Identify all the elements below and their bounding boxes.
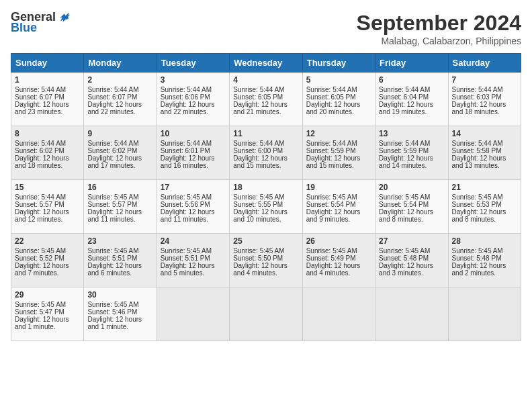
cell-text: and 18 minutes. [452, 108, 517, 116]
week-row-3: 15Sunrise: 5:44 AMSunset: 5:57 PMDayligh… [11, 180, 521, 234]
cell-text: Daylight: 12 hours [161, 154, 226, 162]
cell-text: Sunset: 5:51 PM [161, 255, 226, 262]
cell-text: Daylight: 12 hours [452, 101, 517, 108]
day-number: 21 [452, 183, 517, 192]
calendar-cell: 20Sunrise: 5:45 AMSunset: 5:54 PMDayligh… [375, 180, 448, 234]
calendar-cell: 15Sunrise: 5:44 AMSunset: 5:57 PMDayligh… [11, 180, 84, 234]
cell-text: Sunrise: 5:45 AM [233, 193, 298, 201]
day-number: 16 [87, 183, 152, 192]
cell-text: Sunrise: 5:45 AM [379, 193, 444, 201]
cell-text: Sunrise: 5:44 AM [233, 86, 298, 93]
cell-text: Daylight: 12 hours [452, 208, 517, 216]
cell-text: Daylight: 12 hours [379, 101, 444, 108]
calendar-cell: 13Sunrise: 5:44 AMSunset: 5:59 PMDayligh… [375, 126, 448, 180]
cell-text: Sunrise: 5:45 AM [306, 193, 371, 201]
calendar-cell: 9Sunrise: 5:44 AMSunset: 6:02 PMDaylight… [84, 126, 157, 180]
cell-text: and 7 minutes. [15, 269, 80, 277]
cell-text: Daylight: 12 hours [161, 208, 226, 216]
calendar-cell: 5Sunrise: 5:44 AMSunset: 6:05 PMDaylight… [302, 73, 375, 126]
calendar-cell: 27Sunrise: 5:45 AMSunset: 5:48 PMDayligh… [375, 234, 448, 287]
title-area: September 2024 Malabag, Calabarzon, Phil… [357, 11, 521, 46]
calendar-cell: 7Sunrise: 5:44 AMSunset: 6:03 PMDaylight… [448, 73, 521, 126]
cell-text: and 15 minutes. [233, 162, 298, 169]
cell-text: Daylight: 12 hours [15, 262, 80, 269]
cell-text: and 10 minutes. [233, 216, 298, 223]
cell-text: Daylight: 12 hours [161, 101, 226, 108]
day-number: 20 [379, 183, 444, 192]
cell-text: Sunset: 6:01 PM [161, 147, 226, 154]
cell-text: Daylight: 12 hours [233, 262, 298, 269]
cell-text: Sunset: 5:48 PM [379, 255, 444, 262]
cell-text: Daylight: 12 hours [87, 101, 152, 108]
cell-text: Sunrise: 5:44 AM [452, 140, 517, 147]
cell-text: Daylight: 12 hours [15, 208, 80, 216]
cell-text: Sunrise: 5:45 AM [15, 301, 80, 308]
cell-text: and 22 minutes. [161, 108, 226, 116]
cell-text: and 14 minutes. [379, 162, 444, 169]
header: General Blue September 2024 Malabag, Cal… [11, 11, 521, 46]
cell-text: and 12 minutes. [15, 216, 80, 223]
cell-text: Daylight: 12 hours [233, 154, 298, 162]
cell-text: Sunrise: 5:44 AM [306, 140, 371, 147]
day-number: 27 [379, 236, 444, 246]
calendar-cell: 23Sunrise: 5:45 AMSunset: 5:51 PMDayligh… [84, 234, 157, 287]
cell-text: Sunset: 5:57 PM [15, 201, 80, 208]
cell-text: Sunrise: 5:44 AM [233, 140, 298, 147]
day-number: 28 [452, 236, 517, 246]
cell-text: Sunset: 6:02 PM [87, 147, 152, 154]
cell-text: Daylight: 12 hours [306, 101, 371, 108]
cell-text: Daylight: 12 hours [379, 262, 444, 269]
cell-text: Sunset: 5:51 PM [87, 255, 152, 262]
week-row-4: 22Sunrise: 5:45 AMSunset: 5:52 PMDayligh… [11, 234, 521, 287]
location-title: Malabag, Calabarzon, Philippines [357, 36, 521, 46]
cell-text: Daylight: 12 hours [87, 208, 152, 216]
cell-text: and 3 minutes. [379, 269, 444, 277]
day-number: 1 [15, 75, 80, 85]
day-number: 19 [306, 183, 371, 192]
calendar-cell: 4Sunrise: 5:44 AMSunset: 6:05 PMDaylight… [230, 73, 302, 126]
cell-text: Sunrise: 5:44 AM [161, 86, 226, 93]
cell-text: Sunrise: 5:45 AM [161, 247, 226, 255]
calendar-cell: 28Sunrise: 5:45 AMSunset: 5:48 PMDayligh… [448, 234, 521, 287]
cell-text: Daylight: 12 hours [15, 316, 80, 323]
calendar-cell: 19Sunrise: 5:45 AMSunset: 5:54 PMDayligh… [302, 180, 375, 234]
calendar-cell: 24Sunrise: 5:45 AMSunset: 5:51 PMDayligh… [157, 234, 229, 287]
cell-text: Sunrise: 5:45 AM [161, 193, 226, 201]
cell-text: and 5 minutes. [161, 269, 226, 277]
calendar-cell: 25Sunrise: 5:45 AMSunset: 5:50 PMDayligh… [230, 234, 302, 287]
day-number: 17 [161, 183, 226, 192]
weekday-header-monday: Monday [84, 54, 157, 73]
calendar-cell: 1Sunrise: 5:44 AMSunset: 6:07 PMDaylight… [11, 73, 84, 126]
cell-text: Daylight: 12 hours [452, 262, 517, 269]
cell-text: Sunset: 6:03 PM [452, 93, 517, 101]
day-number: 12 [306, 129, 371, 138]
weekday-header-thursday: Thursday [302, 54, 375, 73]
cell-text: Sunrise: 5:45 AM [233, 247, 298, 255]
cell-text: Daylight: 12 hours [306, 262, 371, 269]
week-row-2: 8Sunrise: 5:44 AMSunset: 6:02 PMDaylight… [11, 126, 521, 180]
cell-text: Sunset: 6:04 PM [379, 93, 444, 101]
week-row-5: 29Sunrise: 5:45 AMSunset: 5:47 PMDayligh… [11, 287, 521, 341]
cell-text: Daylight: 12 hours [379, 208, 444, 216]
day-number: 5 [306, 75, 371, 85]
cell-text: Daylight: 12 hours [87, 316, 152, 323]
cell-text: Sunset: 5:57 PM [87, 201, 152, 208]
cell-text: and 11 minutes. [161, 216, 226, 223]
calendar-cell: 22Sunrise: 5:45 AMSunset: 5:52 PMDayligh… [11, 234, 84, 287]
weekday-header-tuesday: Tuesday [157, 54, 229, 73]
day-number: 2 [87, 75, 152, 85]
cell-text: and 20 minutes. [306, 108, 371, 116]
cell-text: and 18 minutes. [15, 162, 80, 169]
calendar-cell: 21Sunrise: 5:45 AMSunset: 5:53 PMDayligh… [448, 180, 521, 234]
cell-text: Sunset: 6:06 PM [161, 93, 226, 101]
cell-text: Sunset: 6:00 PM [233, 147, 298, 154]
cell-text: Sunrise: 5:45 AM [87, 247, 152, 255]
cell-text: Sunrise: 5:44 AM [379, 140, 444, 147]
cell-text: Sunrise: 5:44 AM [87, 86, 152, 93]
cell-text: and 21 minutes. [233, 108, 298, 116]
cell-text: and 8 minutes. [452, 216, 517, 223]
cell-text: Sunrise: 5:44 AM [452, 86, 517, 93]
cell-text: Sunrise: 5:44 AM [379, 86, 444, 93]
cell-text: Daylight: 12 hours [161, 262, 226, 269]
cell-text: Sunset: 5:58 PM [452, 147, 517, 154]
